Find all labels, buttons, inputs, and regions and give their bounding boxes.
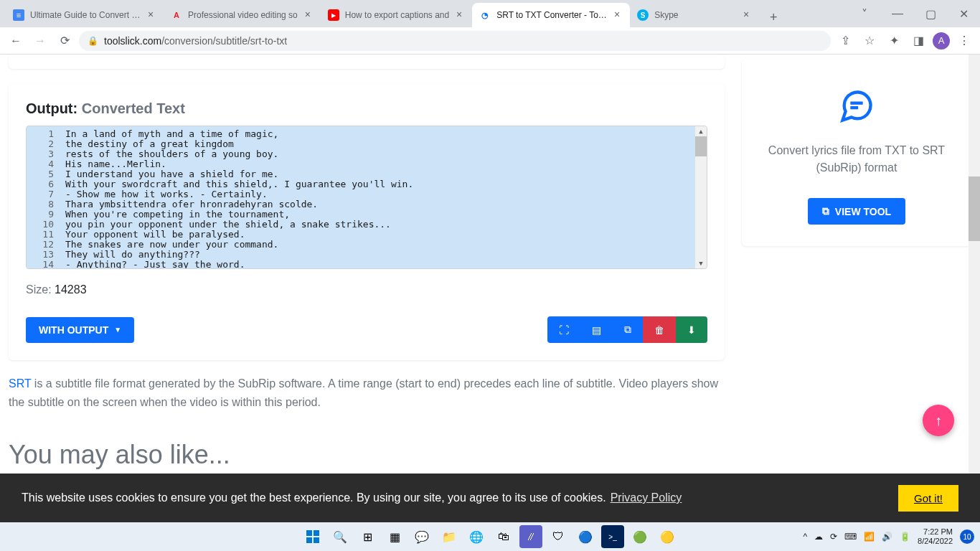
task-view-icon[interactable]: ⊞ (356, 525, 379, 548)
terminal-icon[interactable]: >_ (601, 525, 624, 548)
cookie-consent-bar: This website uses cookies to ensure you … (0, 474, 980, 522)
cookie-accept-button[interactable]: Got it! (898, 485, 958, 512)
delete-button[interactable]: 🗑 (643, 316, 676, 343)
app-icon[interactable]: ⫽ (519, 525, 542, 548)
close-icon[interactable]: × (611, 9, 623, 21)
arrow-up-icon: ↑ (935, 413, 942, 429)
scroll-down-icon[interactable]: ▼ (695, 258, 707, 268)
explorer-icon[interactable]: 📁 (438, 525, 461, 548)
youtube-icon: ▶ (328, 9, 339, 21)
page-viewport: Output: Converted Text 12345678910111213… (0, 55, 980, 522)
browser-toolbar: ← → ⟳ 🔒 toolslick.com/conversion/subtitl… (0, 27, 980, 55)
bookmark-icon[interactable]: ☆ (859, 31, 880, 51)
updates-icon[interactable]: ⟳ (830, 532, 837, 542)
volume-icon[interactable]: 🔊 (882, 532, 892, 542)
browser-tab[interactable]: S Skype × (630, 3, 759, 27)
reload-button[interactable]: ⟳ (55, 31, 75, 51)
scroll-up-icon[interactable]: ▲ (695, 126, 707, 136)
widgets-icon[interactable]: ▦ (383, 525, 406, 548)
view-tool-button[interactable]: ⧉ VIEW TOOL (808, 198, 905, 225)
search-icon[interactable]: 🔍 (329, 525, 352, 548)
privacy-policy-link[interactable]: Privacy Policy (611, 491, 682, 504)
onedrive-icon[interactable]: ☁ (814, 532, 823, 542)
scrollbar-thumb[interactable] (969, 176, 980, 241)
skype-icon: S (637, 9, 649, 21)
start-button[interactable] (301, 525, 324, 548)
close-icon[interactable]: × (740, 9, 752, 21)
toolslick-icon: ◔ (479, 9, 491, 21)
minimize-icon[interactable]: — (881, 0, 914, 27)
tab-title: Ultimate Guide to Convert SR (30, 10, 141, 20)
notification-badge[interactable]: 10 (960, 529, 974, 544)
trash-icon: 🗑 (654, 324, 664, 336)
fullscreen-icon: ⛶ (559, 324, 569, 336)
output-text[interactable]: In a land of myth and a time of magic,th… (61, 126, 707, 268)
output-size: Size: 14283 (26, 283, 707, 296)
extensions-icon[interactable]: ✦ (884, 31, 904, 51)
cookie-text: This website uses cookies to ensure you … (22, 491, 606, 504)
copy-icon: ⧉ (822, 205, 829, 217)
sidepanel-icon[interactable]: ◨ (908, 31, 928, 51)
document-icon: ▤ (592, 324, 601, 336)
browser-tab-bar: ≡ Ultimate Guide to Convert SR × A Profe… (0, 0, 980, 27)
copy-button[interactable]: ⧉ (613, 316, 643, 343)
output-editor[interactable]: 1234567891011121314 In a land of myth an… (26, 126, 707, 269)
input-card-cutoff (9, 55, 725, 69)
copy-icon: ⧉ (624, 324, 631, 335)
chevron-down-icon[interactable]: ˅ (848, 0, 881, 27)
address-bar[interactable]: 🔒 toolslick.com/conversion/subtitle/srt-… (79, 31, 831, 51)
svg-rect-4 (306, 537, 312, 543)
line-number-gutter: 1234567891011121314 (27, 126, 61, 268)
tab-title: SRT to TXT Converter - Tool S (496, 10, 607, 20)
wifi-icon[interactable]: 📶 (864, 532, 875, 542)
fullscreen-button[interactable]: ⛶ (547, 316, 580, 343)
store-icon[interactable]: 🛍 (492, 525, 515, 548)
output-card: Output: Converted Text 12345678910111213… (9, 83, 725, 360)
profile-avatar[interactable]: A (933, 32, 950, 50)
menu-icon[interactable]: ⋮ (954, 31, 974, 51)
adobe-icon: A (171, 9, 182, 21)
system-tray: ^ ☁ ⟳ ⌨ 📶 🔊 🔋 7:22 PM 8/24/2022 10 (803, 527, 974, 545)
taskbar-center: 🔍 ⊞ ▦ 💬 📁 🌐 🛍 ⫽ 🛡 🔵 >_ 🟢 🟡 (301, 525, 679, 548)
chrome-profile-icon[interactable]: 🟢 (628, 525, 651, 548)
chrome-profile2-icon[interactable]: 🟡 (656, 525, 679, 548)
view-button[interactable]: ▤ (580, 316, 613, 343)
tab-title: Professional video editing so (188, 10, 298, 20)
scrollbar-thumb[interactable] (695, 136, 707, 156)
chat-icon[interactable]: 💬 (410, 525, 433, 548)
browser-tab[interactable]: A Professional video editing so × (164, 3, 321, 27)
close-icon[interactable]: × (453, 9, 465, 21)
forward-button: → (30, 31, 50, 51)
back-button[interactable]: ← (6, 31, 26, 51)
window-close-icon[interactable]: ✕ (947, 0, 980, 27)
tab-title: How to export captions and (345, 10, 449, 20)
browser-tab[interactable]: ▶ How to export captions and × (321, 3, 472, 27)
language-icon[interactable]: ⌨ (844, 532, 857, 542)
related-tool-card: Convert lyrics file from TXT to SRT (Sub… (742, 59, 971, 246)
clock[interactable]: 7:22 PM 8/24/2022 (918, 527, 953, 545)
output-actions: ⛶ ▤ ⧉ 🗑 ⬇ (547, 316, 707, 343)
format-description: SRT is a subtitle file format generated … (9, 375, 725, 425)
download-button[interactable]: ⬇ (676, 316, 707, 343)
close-icon[interactable]: × (145, 9, 156, 21)
chrome-icon[interactable]: 🔵 (574, 525, 597, 548)
browser-tab-active[interactable]: ◔ SRT to TXT Converter - Tool S × (472, 3, 630, 27)
tray-overflow-icon[interactable]: ^ (803, 532, 807, 542)
chat-icon (759, 88, 954, 128)
battery-icon[interactable]: 🔋 (900, 532, 910, 542)
editor-scrollbar[interactable]: ▲ ▼ (695, 126, 707, 268)
share-icon[interactable]: ⇪ (835, 31, 855, 51)
with-output-button[interactable]: WITH OUTPUT ▼ (26, 317, 134, 343)
docs-icon: ≡ (13, 9, 24, 21)
maximize-icon[interactable]: ▢ (914, 0, 947, 27)
page-scrollbar[interactable] (969, 55, 980, 522)
srt-link[interactable]: SRT (9, 377, 31, 390)
edge-icon[interactable]: 🌐 (465, 525, 488, 548)
close-icon[interactable]: × (302, 9, 314, 21)
scroll-to-top-fab[interactable]: ↑ (923, 405, 954, 436)
related-tool-description: Convert lyrics file from TXT to SRT (Sub… (759, 142, 954, 176)
new-tab-button[interactable]: + (763, 7, 783, 27)
browser-tab[interactable]: ≡ Ultimate Guide to Convert SR × (6, 3, 164, 27)
windows-taskbar: 🔍 ⊞ ▦ 💬 📁 🌐 🛍 ⫽ 🛡 🔵 >_ 🟢 🟡 ^ ☁ ⟳ ⌨ 📶 🔊 🔋… (0, 522, 980, 551)
mcafee-icon[interactable]: 🛡 (547, 525, 570, 548)
